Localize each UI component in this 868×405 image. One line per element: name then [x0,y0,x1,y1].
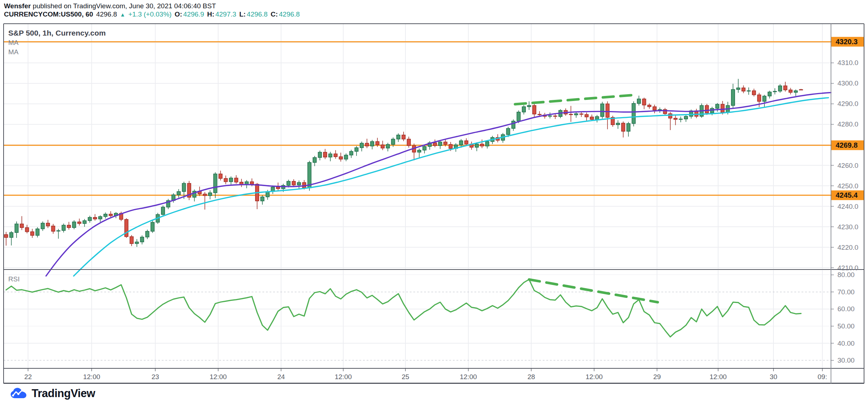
candle [601,102,604,119]
candle [234,175,238,184]
candle [203,192,207,210]
candle [56,229,60,239]
candle [768,91,772,98]
svg-text:4320.3: 4320.3 [836,38,858,46]
svg-text:12:00: 12:00 [709,373,727,381]
candle [533,104,536,118]
candle [438,140,442,149]
candle [695,109,698,118]
candle [208,190,212,199]
candle [402,132,405,141]
svg-text:70.00: 70.00 [837,288,855,296]
tradingview-logo-icon[interactable] [9,387,28,400]
svg-text:12:00: 12:00 [83,373,100,381]
candle [512,119,515,131]
candle [224,176,228,184]
candle [569,106,573,122]
candle [193,189,196,201]
candle [616,120,620,129]
candle [747,87,751,95]
candle [130,235,133,246]
candle [187,181,191,200]
candle [31,229,34,238]
candle [151,221,155,233]
svg-text:4300.0: 4300.0 [837,79,858,87]
candle [779,84,782,93]
candle [648,103,651,109]
candle [386,143,390,151]
svg-text:4290.0: 4290.0 [837,100,858,107]
svg-text:12:00: 12:00 [460,373,477,381]
svg-text:4230.0: 4230.0 [837,223,858,231]
candle [548,112,552,119]
candle [329,152,332,161]
gridlines [4,24,831,368]
svg-text:4245.4: 4245.4 [836,191,858,199]
candle [418,148,421,158]
candle [51,224,55,234]
price-axis[interactable]: 4310.04300.04290.04280.04260.04250.04240… [831,37,864,272]
candle [412,144,416,161]
rsi-legend[interactable]: RSI [8,275,20,283]
chart-title[interactable]: S&P 500, 1h, Currency.com [8,29,106,37]
candle [407,137,411,148]
candle [627,122,630,137]
svg-text:4210.0: 4210.0 [837,264,858,272]
pane-borders [4,24,864,383]
chart-canvas[interactable]: 4310.04300.04290.04280.04260.04250.04240… [0,0,868,405]
candle [20,216,24,230]
svg-text:30: 30 [770,373,777,381]
price-trendline[interactable] [515,95,633,104]
candle [125,218,128,238]
candle [360,142,364,151]
candle [104,212,107,218]
candle [799,89,803,90]
ma-lines[interactable] [46,93,831,276]
candle [522,105,526,114]
candle [470,142,473,150]
candle [256,183,259,209]
svg-text:09:: 09: [818,373,827,381]
candle [789,88,793,94]
candle [344,153,348,161]
svg-text:25: 25 [401,373,409,381]
candle [632,101,635,126]
svg-text:28: 28 [527,373,535,381]
candle [297,180,301,189]
candle [318,151,322,160]
svg-text:29: 29 [653,373,661,381]
candle [146,230,149,239]
svg-text:40.00: 40.00 [837,340,855,347]
published-chart-page: Wensfer published on TradingView.com, Ju… [0,0,868,405]
candle [261,195,264,204]
rsi-series[interactable] [6,280,801,337]
svg-text:12:00: 12:00 [210,373,227,381]
candle [365,139,369,148]
candle [716,103,719,112]
time-axis[interactable]: 2212:002312:002412:002512:002812:002912:… [24,368,827,381]
candle [323,149,327,159]
candle [585,112,588,121]
candle [213,172,217,198]
candle [621,121,625,137]
candle [62,224,65,233]
candle [763,95,766,107]
candle [161,206,165,216]
candle [679,116,683,122]
candle [334,150,337,159]
candle [292,179,295,187]
candle [480,139,484,148]
candle [10,231,13,245]
candle [93,214,97,221]
rsi-axis[interactable]: 80.0070.0060.0050.0040.0030.00 [831,271,855,364]
svg-text:4269.8: 4269.8 [836,141,858,149]
candle [4,232,8,245]
candle [83,219,86,227]
ma-legend-1[interactable]: MA [8,39,19,47]
brand-name[interactable]: TradingView [32,387,95,400]
svg-text:4260.0: 4260.0 [837,162,858,169]
candle [611,116,615,127]
ma-legend-2[interactable]: MA [8,48,19,56]
footer: TradingView [9,387,95,400]
horizontal-level-lines[interactable] [4,42,831,195]
